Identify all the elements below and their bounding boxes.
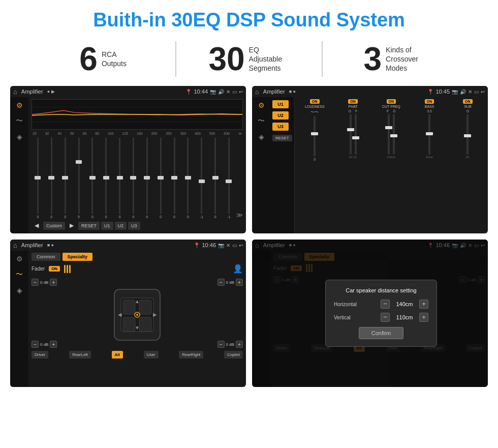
volume-icon-cx: 🔊	[460, 89, 466, 95]
fader-tab-common[interactable]: Common	[32, 253, 60, 261]
home-icon-cx: ⌂	[255, 88, 259, 96]
eq-u3-btn[interactable]: U3	[128, 222, 140, 230]
rearleft-btn[interactable]: RearLeft	[69, 351, 91, 359]
vol-tl-plus[interactable]: +	[50, 279, 57, 286]
cutfreq-labels: F G	[387, 109, 396, 113]
cx-nav-icon-3[interactable]: ◈	[259, 133, 264, 141]
eq-u1-btn[interactable]: U1	[101, 222, 113, 230]
loudness-slider[interactable]	[314, 116, 316, 157]
back-icon-eq: ↩	[239, 89, 243, 95]
confirm-button[interactable]: Confirm	[359, 327, 404, 339]
preset-u3-btn[interactable]: U3	[272, 123, 289, 131]
back-icon-cx: ↩	[481, 89, 485, 95]
eq-slider-3[interactable]: 0	[59, 137, 72, 219]
crossover-params: ON LOUDNESS 〜〜 0 ON PHAT G F	[295, 97, 488, 233]
sub-toggle[interactable]: ON	[463, 99, 473, 104]
eq-nav-icon-2[interactable]: 〜	[16, 116, 23, 126]
all-btn[interactable]: All	[112, 351, 123, 359]
crossover-screen-content: ⚙ 〜 ◈ U1 U2 U3 RESET ON LOUDNESS	[252, 97, 488, 233]
cx-nav-icon-2[interactable]: 〜	[258, 116, 265, 126]
phat-labels: G F	[349, 109, 358, 113]
eq-slider-14[interactable]: 0	[209, 137, 222, 219]
bass-slider[interactable]	[428, 114, 430, 155]
vol-br-plus[interactable]: +	[236, 341, 243, 348]
vol-bl-plus[interactable]: +	[50, 341, 57, 348]
reright-btn[interactable]: RearRight	[179, 351, 203, 359]
stat-eq: 30 EQ AdjustableSegments	[176, 43, 321, 75]
vol-tr-val: 0 dB	[226, 280, 234, 285]
eq-slider-8[interactable]: 0	[127, 137, 140, 219]
location-icon: 📍	[185, 89, 192, 95]
eq-prev-btn[interactable]: ◀	[32, 221, 42, 230]
sub-slider[interactable]	[466, 114, 469, 155]
eq-slider-13[interactable]: -1	[195, 137, 208, 219]
fader-speaker-layout: − 0 dB + − 0 dB +	[32, 278, 243, 349]
eq-slider-9[interactable]: 0	[141, 137, 153, 219]
eq-slider-1[interactable]: 0	[32, 137, 44, 219]
eq-slider-6[interactable]: 0	[100, 137, 112, 219]
home-icon-fader: ⌂	[13, 242, 17, 249]
svg-rect-6	[123, 300, 135, 314]
fader-nav-icon-1[interactable]: ⚙	[16, 255, 23, 263]
eq-slider-2[interactable]: 0	[45, 137, 58, 219]
status-bar-eq: ⌂ Amplifier ● ▶ 📍 10:44 📷 🔊 ✕ ▭ ↩	[10, 86, 246, 97]
page-title: Buith-in 30EQ DSP Sound System	[0, 0, 498, 36]
fader-controls-row: Fader ON 👤	[32, 264, 243, 274]
phat-toggle[interactable]: ON	[348, 99, 358, 104]
eq-nav-icon-1[interactable]: ⚙	[16, 101, 23, 109]
fader-bottom-btns: Driver RearLeft All User RearRight Copil…	[32, 351, 243, 359]
camera-icon-cx: 📷	[452, 89, 458, 95]
screen-dialog: ⌂ Amplifier ■ ● 📍 10:46 📷 🔊 ✕ ▭ ↩ Common…	[252, 240, 488, 387]
dot-icons-eq: ● ▶	[47, 89, 55, 94]
eq-u2-btn[interactable]: U2	[115, 222, 127, 230]
user-btn[interactable]: User	[144, 351, 159, 359]
cx-nav-icon-1[interactable]: ⚙	[258, 101, 265, 109]
eq-slider-7[interactable]: 0	[113, 137, 126, 219]
status-bar-crossover: ⌂ Amplifier ■ ● 📍 10:45 📷 🔊 ✕ ▭ ↩	[252, 86, 488, 97]
svg-rect-9	[139, 317, 151, 332]
location-icon-fader: 📍	[194, 243, 200, 248]
vol-br-minus[interactable]: −	[217, 341, 225, 348]
vol-tr-plus[interactable]: +	[236, 279, 243, 286]
eq-slider-4[interactable]: 5	[73, 137, 85, 219]
eq-slider-10[interactable]: 0	[154, 137, 167, 219]
vertical-minus-btn[interactable]: −	[381, 313, 390, 322]
param-sub: ON SUB G 20	[450, 99, 486, 231]
fader-nav-icon-2[interactable]: 〜	[16, 270, 23, 279]
cutfreq-toggle[interactable]: ON	[387, 99, 396, 104]
location-icon-cx: 📍	[427, 89, 433, 95]
fader-main-area: Common Specialty Fader ON 👤	[28, 251, 246, 387]
eq-slider-5[interactable]: 0	[86, 137, 99, 219]
app-title-fader: Amplifier	[21, 242, 43, 248]
eq-slider-12[interactable]: 0	[181, 137, 194, 219]
eq-nav-icon-3[interactable]: ◈	[17, 133, 22, 141]
eq-reset-btn[interactable]: RESET	[78, 222, 100, 230]
fader-tab-specialty[interactable]: Specialty	[63, 253, 93, 261]
time-fader: 10:46	[202, 242, 216, 248]
vol-bl-minus[interactable]: −	[32, 341, 39, 348]
preset-u2-btn[interactable]: U2	[272, 111, 289, 120]
fader-nav-icon-3[interactable]: ◈	[17, 286, 22, 294]
preset-u1-btn[interactable]: U1	[272, 100, 289, 108]
cutfreq-slider[interactable]	[388, 114, 395, 155]
vertical-plus-btn[interactable]: +	[419, 313, 428, 322]
vol-tr-minus[interactable]: −	[217, 279, 225, 286]
bass-toggle[interactable]: ON	[425, 99, 434, 104]
eq-slider-11[interactable]: 0	[168, 137, 181, 219]
svg-text:▶: ▶	[153, 312, 157, 317]
crossover-reset-btn[interactable]: RESET	[272, 135, 292, 141]
vol-tl-minus[interactable]: −	[32, 279, 39, 286]
loudness-toggle[interactable]: ON	[310, 99, 320, 104]
eq-next-btn[interactable]: ▶	[67, 221, 77, 230]
dialog-title: Car speaker distance setting	[334, 287, 428, 293]
vertical-controls: − 110cm +	[381, 313, 428, 322]
fader-person-icon[interactable]: 👤	[233, 264, 243, 274]
horizontal-plus-btn[interactable]: +	[419, 300, 428, 309]
horizontal-minus-btn[interactable]: −	[381, 300, 390, 309]
phat-slider[interactable]	[350, 114, 357, 155]
copilot-btn[interactable]: Copilot	[224, 351, 243, 359]
eq-slider-15[interactable]: -1	[223, 137, 235, 219]
battery-icon-fader: ▭	[232, 243, 237, 248]
driver-btn[interactable]: Driver	[32, 351, 48, 359]
screen-eq: ⌂ Amplifier ● ▶ 📍 10:44 📷 🔊 ✕ ▭ ↩ ⚙ 〜 ◈	[10, 86, 246, 233]
